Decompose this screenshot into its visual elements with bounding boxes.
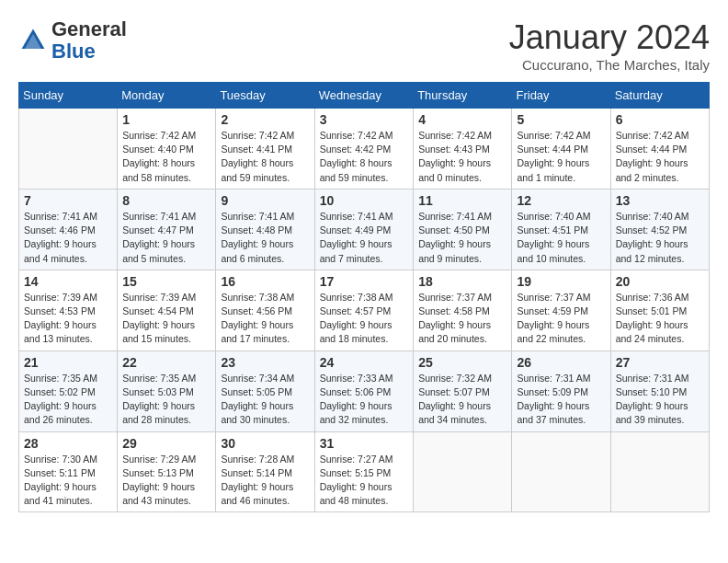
page-header: General Blue January 2024 Cuccurano, The… [18, 18, 710, 73]
day-info: Sunrise: 7:40 AMSunset: 4:52 PMDaylight:… [616, 210, 704, 266]
day-number: 31 [320, 436, 409, 451]
day-info: Sunrise: 7:37 AMSunset: 4:58 PMDaylight:… [418, 291, 506, 347]
calendar-day-cell: 13Sunrise: 7:40 AMSunset: 4:52 PMDayligh… [610, 189, 709, 270]
day-number: 2 [221, 112, 309, 127]
weekday-header-cell: Wednesday [314, 83, 414, 109]
calendar-day-cell: 9Sunrise: 7:41 AMSunset: 4:48 PMDaylight… [216, 189, 314, 270]
calendar-day-cell: 8Sunrise: 7:41 AMSunset: 4:47 PMDaylight… [118, 189, 216, 270]
day-info: Sunrise: 7:41 AMSunset: 4:46 PMDaylight:… [24, 210, 112, 266]
calendar-day-cell: 22Sunrise: 7:35 AMSunset: 5:03 PMDayligh… [118, 350, 216, 431]
day-number: 16 [221, 274, 309, 289]
day-info: Sunrise: 7:41 AMSunset: 4:48 PMDaylight:… [221, 210, 309, 266]
day-info: Sunrise: 7:31 AMSunset: 5:09 PMDaylight:… [517, 372, 605, 428]
day-info: Sunrise: 7:40 AMSunset: 4:51 PMDaylight:… [517, 210, 605, 266]
calendar-day-cell: 11Sunrise: 7:41 AMSunset: 4:50 PMDayligh… [414, 189, 512, 270]
calendar-day-cell: 20Sunrise: 7:36 AMSunset: 5:01 PMDayligh… [610, 270, 709, 350]
day-info: Sunrise: 7:42 AMSunset: 4:43 PMDaylight:… [418, 129, 506, 185]
calendar-day-cell: 16Sunrise: 7:38 AMSunset: 4:56 PMDayligh… [216, 270, 314, 350]
title-block: January 2024 Cuccurano, The Marches, Ita… [509, 18, 710, 73]
calendar-week-row: 28Sunrise: 7:30 AMSunset: 5:11 PMDayligh… [19, 431, 710, 512]
day-info: Sunrise: 7:39 AMSunset: 4:54 PMDaylight:… [122, 291, 210, 347]
day-number: 8 [122, 193, 210, 208]
weekday-header-cell: Monday [118, 83, 216, 109]
calendar-table: SundayMondayTuesdayWednesdayThursdayFrid… [18, 82, 710, 512]
location-subtitle: Cuccurano, The Marches, Italy [509, 57, 710, 73]
day-info: Sunrise: 7:35 AMSunset: 5:03 PMDaylight:… [122, 372, 210, 428]
weekday-header-cell: Tuesday [216, 83, 314, 109]
day-info: Sunrise: 7:41 AMSunset: 4:50 PMDaylight:… [418, 210, 506, 266]
calendar-day-cell: 18Sunrise: 7:37 AMSunset: 4:58 PMDayligh… [414, 270, 512, 350]
day-info: Sunrise: 7:36 AMSunset: 5:01 PMDaylight:… [616, 291, 704, 347]
calendar-day-cell [512, 431, 610, 512]
day-number: 5 [517, 112, 605, 127]
calendar-day-cell [414, 431, 512, 512]
weekday-header-cell: Friday [512, 83, 610, 109]
calendar-week-row: 21Sunrise: 7:35 AMSunset: 5:02 PMDayligh… [19, 350, 710, 431]
day-number: 3 [320, 112, 409, 127]
day-info: Sunrise: 7:37 AMSunset: 4:59 PMDaylight:… [517, 291, 605, 347]
calendar-week-row: 14Sunrise: 7:39 AMSunset: 4:53 PMDayligh… [19, 270, 710, 350]
calendar-day-cell: 26Sunrise: 7:31 AMSunset: 5:09 PMDayligh… [512, 350, 610, 431]
weekday-header-cell: Thursday [414, 83, 512, 109]
day-number: 24 [320, 355, 409, 370]
day-info: Sunrise: 7:35 AMSunset: 5:02 PMDaylight:… [24, 372, 112, 428]
calendar-day-cell: 31Sunrise: 7:27 AMSunset: 5:15 PMDayligh… [314, 431, 414, 512]
day-number: 26 [517, 355, 605, 370]
calendar-day-cell: 4Sunrise: 7:42 AMSunset: 4:43 PMDaylight… [414, 109, 512, 190]
logo-icon [18, 26, 48, 55]
day-number: 14 [24, 274, 112, 289]
day-info: Sunrise: 7:41 AMSunset: 4:47 PMDaylight:… [122, 210, 210, 266]
day-info: Sunrise: 7:29 AMSunset: 5:13 PMDaylight:… [122, 453, 210, 509]
calendar-day-cell: 5Sunrise: 7:42 AMSunset: 4:44 PMDaylight… [512, 109, 610, 190]
day-info: Sunrise: 7:38 AMSunset: 4:56 PMDaylight:… [221, 291, 309, 347]
day-info: Sunrise: 7:42 AMSunset: 4:44 PMDaylight:… [616, 129, 704, 185]
calendar-week-row: 7Sunrise: 7:41 AMSunset: 4:46 PMDaylight… [19, 189, 710, 270]
day-info: Sunrise: 7:42 AMSunset: 4:42 PMDaylight:… [320, 129, 409, 185]
day-info: Sunrise: 7:27 AMSunset: 5:15 PMDaylight:… [320, 453, 409, 509]
day-number: 18 [418, 274, 506, 289]
calendar-day-cell: 6Sunrise: 7:42 AMSunset: 4:44 PMDaylight… [610, 109, 709, 190]
day-number: 25 [418, 355, 506, 370]
weekday-header-row: SundayMondayTuesdayWednesdayThursdayFrid… [19, 83, 710, 109]
calendar-day-cell: 10Sunrise: 7:41 AMSunset: 4:49 PMDayligh… [314, 189, 414, 270]
day-number: 20 [616, 274, 704, 289]
calendar-day-cell [19, 109, 118, 190]
calendar-day-cell: 1Sunrise: 7:42 AMSunset: 4:40 PMDaylight… [118, 109, 216, 190]
calendar-day-cell: 19Sunrise: 7:37 AMSunset: 4:59 PMDayligh… [512, 270, 610, 350]
day-number: 23 [221, 355, 309, 370]
day-info: Sunrise: 7:34 AMSunset: 5:05 PMDaylight:… [221, 372, 309, 428]
day-number: 7 [24, 193, 112, 208]
calendar-day-cell: 24Sunrise: 7:33 AMSunset: 5:06 PMDayligh… [314, 350, 414, 431]
day-info: Sunrise: 7:33 AMSunset: 5:06 PMDaylight:… [320, 372, 409, 428]
calendar-day-cell [610, 431, 709, 512]
day-number: 9 [221, 193, 309, 208]
calendar-day-cell: 14Sunrise: 7:39 AMSunset: 4:53 PMDayligh… [19, 270, 118, 350]
day-number: 22 [122, 355, 210, 370]
calendar-day-cell: 25Sunrise: 7:32 AMSunset: 5:07 PMDayligh… [414, 350, 512, 431]
day-info: Sunrise: 7:41 AMSunset: 4:49 PMDaylight:… [320, 210, 409, 266]
day-number: 27 [616, 355, 704, 370]
calendar-day-cell: 27Sunrise: 7:31 AMSunset: 5:10 PMDayligh… [610, 350, 709, 431]
day-info: Sunrise: 7:32 AMSunset: 5:07 PMDaylight:… [418, 372, 506, 428]
logo-text: General Blue [51, 18, 127, 63]
day-info: Sunrise: 7:42 AMSunset: 4:41 PMDaylight:… [221, 129, 309, 185]
day-info: Sunrise: 7:39 AMSunset: 4:53 PMDaylight:… [24, 291, 112, 347]
calendar-day-cell: 15Sunrise: 7:39 AMSunset: 4:54 PMDayligh… [118, 270, 216, 350]
calendar-day-cell: 23Sunrise: 7:34 AMSunset: 5:05 PMDayligh… [216, 350, 314, 431]
day-number: 21 [24, 355, 112, 370]
day-info: Sunrise: 7:28 AMSunset: 5:14 PMDaylight:… [221, 453, 309, 509]
calendar-day-cell: 29Sunrise: 7:29 AMSunset: 5:13 PMDayligh… [118, 431, 216, 512]
day-number: 28 [24, 436, 112, 451]
day-info: Sunrise: 7:38 AMSunset: 4:57 PMDaylight:… [320, 291, 409, 347]
day-number: 17 [320, 274, 409, 289]
calendar-day-cell: 28Sunrise: 7:30 AMSunset: 5:11 PMDayligh… [19, 431, 118, 512]
weekday-header-cell: Saturday [610, 83, 709, 109]
calendar-day-cell: 12Sunrise: 7:40 AMSunset: 4:51 PMDayligh… [512, 189, 610, 270]
day-info: Sunrise: 7:42 AMSunset: 4:40 PMDaylight:… [122, 129, 210, 185]
calendar-day-cell: 30Sunrise: 7:28 AMSunset: 5:14 PMDayligh… [216, 431, 314, 512]
day-number: 1 [122, 112, 210, 127]
calendar-day-cell: 17Sunrise: 7:38 AMSunset: 4:57 PMDayligh… [314, 270, 414, 350]
day-number: 4 [418, 112, 506, 127]
logo: General Blue [18, 18, 127, 63]
day-number: 19 [517, 274, 605, 289]
